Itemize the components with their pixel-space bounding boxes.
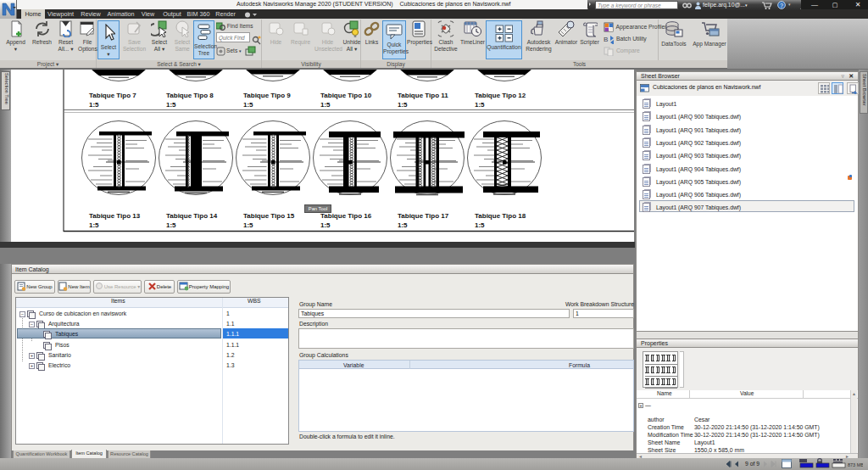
svg-text:Tabique Tipo 16: Tabique Tipo 16 — [320, 212, 372, 220]
svg-text:?: ? — [780, 3, 783, 8]
svg-text:Tabique Tipo 12: Tabique Tipo 12 — [475, 92, 526, 99]
svg-text:1:5: 1:5 — [475, 101, 485, 109]
svg-text:1:5: 1:5 — [320, 221, 331, 229]
svg-text:Tabique Tipo 15: Tabique Tipo 15 — [243, 212, 295, 220]
svg-text:Tabique Tipo 11: Tabique Tipo 11 — [398, 92, 448, 99]
svg-text:Tabique Tipo 8: Tabique Tipo 8 — [166, 92, 214, 99]
svg-text:Tabique Tipo 18: Tabique Tipo 18 — [475, 212, 526, 220]
svg-text:1:5: 1:5 — [243, 221, 253, 229]
svg-text:Tabique Tipo 14: Tabique Tipo 14 — [166, 212, 218, 220]
svg-text:B: B — [604, 36, 608, 43]
svg-text:1:5: 1:5 — [89, 101, 99, 109]
svg-text:1:5: 1:5 — [243, 101, 253, 109]
svg-text:1:5: 1:5 — [320, 101, 331, 109]
svg-text:Tabique Tipo 7: Tabique Tipo 7 — [89, 92, 136, 99]
svg-text:1:5: 1:5 — [89, 221, 99, 229]
svg-text:1:5: 1:5 — [166, 221, 176, 229]
svg-text:873 MB: 873 MB — [848, 462, 863, 467]
svg-text:Tabique Tipo 9: Tabique Tipo 9 — [243, 92, 291, 99]
svg-text:1:5: 1:5 — [398, 221, 408, 229]
svg-text:Tabique Tipo 10: Tabique Tipo 10 — [320, 92, 372, 99]
svg-text:1:5: 1:5 — [166, 101, 176, 109]
svg-text:Tabique Tipo 17: Tabique Tipo 17 — [398, 212, 449, 220]
svg-text:1:5: 1:5 — [475, 221, 485, 229]
svg-text:1:5: 1:5 — [398, 101, 408, 109]
svg-text:Tabique Tipo 13: Tabique Tipo 13 — [89, 212, 141, 220]
